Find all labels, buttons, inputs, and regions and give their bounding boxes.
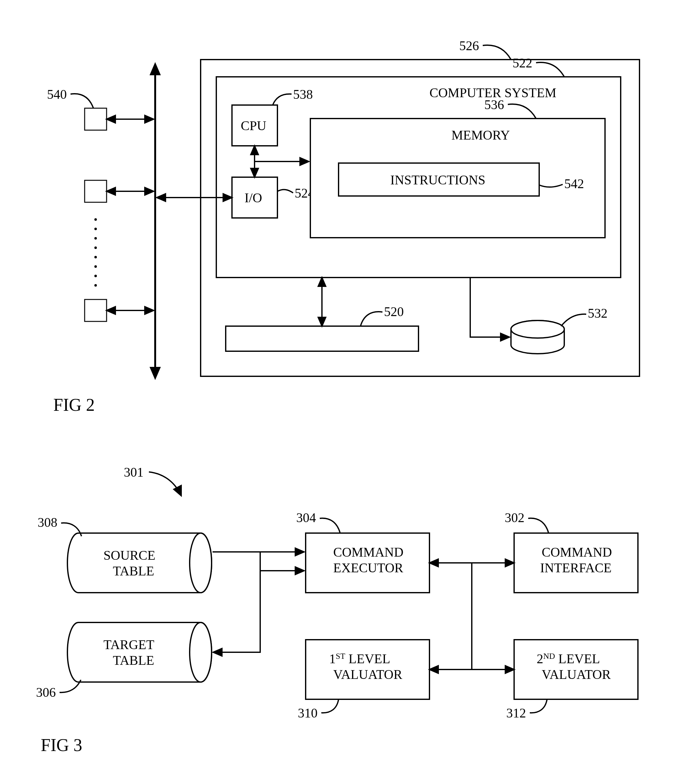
dots — [94, 218, 97, 286]
target-table-l2: TABLE — [113, 653, 154, 668]
bus-arrow-up — [150, 62, 161, 75]
svg-marker-18 — [144, 306, 155, 315]
first-valuator-l2: VALUATOR — [333, 667, 402, 682]
ref-306: 306 — [36, 685, 56, 699]
cpu-label: CPU — [241, 119, 266, 133]
client-nodes-540 — [84, 108, 155, 321]
exec-target-link — [213, 552, 260, 652]
svg-point-8 — [94, 218, 97, 221]
ref-520: 520 — [384, 305, 404, 319]
bus-arrow-down — [150, 367, 161, 380]
command-interface-l2: INTERFACE — [540, 561, 612, 575]
node-1 — [84, 108, 106, 130]
ref-301: 301 — [124, 465, 144, 479]
svg-marker-7 — [144, 186, 155, 196]
svg-point-14 — [94, 275, 97, 277]
fig2: 526 COMPUTER SYSTEM 522 CPU 538 I/O 524 … — [47, 39, 639, 415]
io-bus-arrow-left — [155, 193, 166, 202]
svg-point-13 — [94, 265, 97, 268]
source-table-cylinder — [67, 533, 212, 593]
svg-point-1 — [511, 321, 564, 338]
ref-308: 308 — [38, 515, 57, 530]
disk-532 — [511, 321, 564, 354]
command-executor-l1: COMMAND — [333, 545, 403, 559]
leader-301-arrow — [173, 485, 182, 497]
target-exec-arrow — [295, 566, 306, 576]
ref-536: 536 — [484, 97, 504, 112]
ref-538: 538 — [293, 87, 313, 102]
source-exec-arrow — [295, 547, 306, 557]
fig3-label: FIG 3 — [41, 735, 82, 755]
node-2 — [84, 180, 106, 202]
svg-marker-4 — [144, 114, 155, 124]
svg-point-15 — [94, 284, 97, 286]
command-interface-l1: COMMAND — [542, 545, 612, 559]
source-table-l2: TABLE — [113, 564, 154, 578]
target-table-l1: TARGET — [103, 637, 154, 652]
leader-304 — [320, 518, 340, 533]
leader-312 — [530, 699, 547, 713]
ref-532: 532 — [588, 306, 608, 321]
svg-point-11 — [94, 246, 97, 249]
source-table-l1: SOURCE — [103, 548, 155, 563]
node-3 — [84, 299, 106, 321]
svg-point-10 — [94, 237, 97, 239]
ref-302: 302 — [505, 510, 525, 525]
command-executor-l2: EXECUTOR — [333, 561, 403, 575]
io-label: I/O — [245, 191, 262, 205]
svg-point-12 — [94, 256, 97, 258]
svg-point-9 — [94, 228, 97, 230]
leader-310 — [321, 699, 339, 713]
leader-540 — [70, 94, 94, 108]
ref-312: 312 — [506, 706, 526, 720]
second-valuator-l2: VALUATOR — [542, 667, 611, 682]
svg-point-20 — [190, 623, 212, 682]
exec-target-arrow — [212, 648, 223, 657]
ref-522: 522 — [512, 56, 532, 70]
fig2-label: FIG 2 — [53, 395, 95, 415]
ref-526: 526 — [459, 39, 479, 53]
fig3: 301 SOURCE TABLE 308 TARGET TABLE 306 CO… — [36, 465, 638, 755]
memory-label: MEMORY — [452, 128, 510, 142]
leader-302 — [528, 518, 548, 533]
instructions-label: INSTRUCTIONS — [390, 173, 485, 187]
ref-310: 310 — [298, 706, 317, 720]
ref-542: 542 — [564, 177, 584, 191]
ref-540: 540 — [47, 87, 67, 102]
box-520 — [226, 326, 419, 351]
svg-point-19 — [190, 533, 212, 593]
leader-526 — [483, 45, 511, 59]
ref-304: 304 — [296, 510, 316, 525]
target-table-cylinder — [67, 623, 212, 682]
